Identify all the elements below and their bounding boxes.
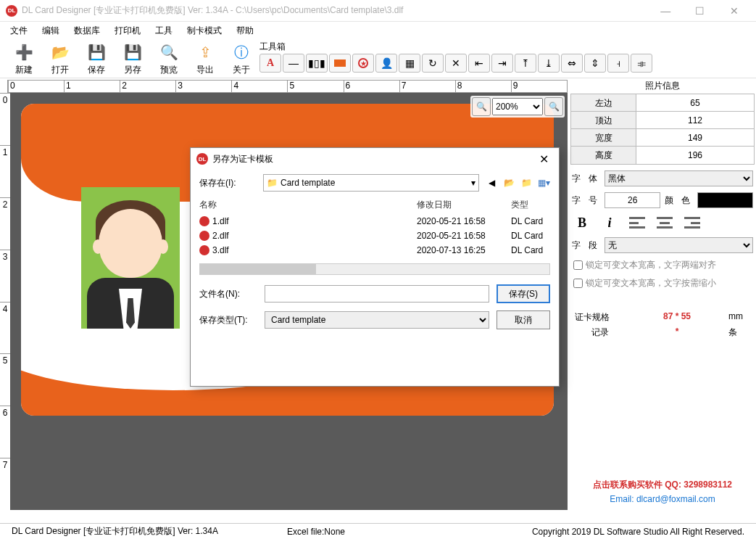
tool-saveas[interactable]: 💾另存 <box>115 41 151 76</box>
tool-save[interactable]: 💾保存 <box>78 41 115 76</box>
left-value[interactable]: 65 <box>636 94 754 111</box>
format-row: B i <box>573 214 752 231</box>
size-input[interactable] <box>605 192 660 208</box>
lock-shrink-checkbox[interactable]: 锁定可变文本宽高，文字按需缩小 <box>573 277 752 289</box>
contact-qq[interactable]: 点击联系购买软件 QQ: 3298983112 <box>569 479 756 491</box>
menu-database[interactable]: 数据库 <box>68 23 106 38</box>
toolbox-label: 工具箱 <box>259 41 286 53</box>
text-tool-button[interactable]: A <box>259 54 281 73</box>
titlebar: DL DL Card Designer [专业证卡打印机免费版] Ver: 1.… <box>0 0 756 22</box>
preview-icon: 🔍 <box>157 41 180 64</box>
zoom-out-button[interactable]: 🔍 <box>472 97 491 116</box>
zoom-in-button[interactable]: 🔍 <box>544 97 563 116</box>
contact-info: 点击联系购买软件 QQ: 3298983112 Email: dlcard@fo… <box>569 479 756 504</box>
align-right-text-button[interactable] <box>684 214 701 231</box>
status-left: DL Card Designer [专业证卡打印机免费版] Ver: 1.34A <box>4 525 280 538</box>
back-icon[interactable]: ◀ <box>485 176 498 189</box>
file-row[interactable]: 2.dlf2020-05-21 16:58DL Card <box>191 229 559 243</box>
top-value[interactable]: 112 <box>636 112 754 128</box>
close-button[interactable]: ✕ <box>718 5 750 17</box>
folder-icon: 📁 <box>267 178 278 188</box>
align-bottom-button[interactable]: ⤓ <box>538 54 560 73</box>
menu-file[interactable]: 文件 <box>4 23 33 38</box>
card-spec-value: 87 * 55 <box>626 311 728 324</box>
rect-tool-button[interactable] <box>329 54 351 73</box>
tool-preview[interactable]: 🔍预览 <box>151 41 187 76</box>
photo-info-title: 照片信息 <box>570 78 755 94</box>
cancel-button[interactable]: 取消 <box>497 310 550 329</box>
menu-cardmode[interactable]: 制卡模式 <box>181 23 228 38</box>
export-icon: ⇪ <box>194 41 217 64</box>
color-select[interactable] <box>697 192 753 208</box>
saveas-dialog: DL 另存为证卡模板 ✕ 保存在(I): 📁Card template▾ ◀ 📂… <box>190 147 560 387</box>
file-row[interactable]: 3.dlf2020-07-13 16:25DL Card <box>191 243 559 258</box>
center-v-button[interactable]: ⇕ <box>584 54 606 73</box>
app-icon: DL <box>6 5 17 17</box>
filename-input[interactable] <box>265 285 489 303</box>
dialog-icon: DL <box>196 153 208 165</box>
status-right: Copyright 2019 DL Software Studio All Ri… <box>525 527 752 537</box>
dialog-close-button[interactable]: ✕ <box>535 152 553 166</box>
file-row[interactable]: 1.dlf2020-05-21 16:58DL Card <box>191 214 559 229</box>
menu-printer[interactable]: 打印机 <box>109 23 146 38</box>
tool-export[interactable]: ⇪导出 <box>187 41 223 76</box>
center-h-button[interactable]: ⇔ <box>561 54 583 73</box>
file-list-header: 名称修改日期类型 <box>191 196 559 214</box>
menu-help[interactable]: 帮助 <box>230 23 259 38</box>
align-left-text-button[interactable] <box>628 214 646 231</box>
info-grid: 左边65 顶边112 宽度149 高度196 <box>570 94 755 165</box>
tool-about[interactable]: ⓘ关于 <box>223 41 259 76</box>
record-value: * <box>626 326 728 339</box>
save-button[interactable]: 保存(S) <box>497 284 550 303</box>
new-folder-icon[interactable]: 📁 <box>520 176 533 189</box>
ruler-horizontal: 0123456789 <box>7 80 568 93</box>
zoom-controls: 🔍 200% 🔍 <box>470 96 565 118</box>
lock-justify-checkbox[interactable]: 锁定可变文本宽高，文字两端对齐 <box>573 259 752 271</box>
photo-tool-button[interactable]: 👤 <box>375 54 397 73</box>
delete-tool-button[interactable]: ✕ <box>445 54 467 73</box>
table-tool-button[interactable]: ▦ <box>399 54 420 73</box>
file-icon <box>199 245 209 255</box>
savetype-select[interactable]: Card template <box>265 311 489 329</box>
file-list-scrollbar[interactable] <box>199 263 550 275</box>
distribute-v-button[interactable]: ⟚ <box>631 54 652 73</box>
draw-toolbar: A — ▮▯▮ ★ 👤 ▦ ↻ ✕ ⇤ ⇥ ⤒ ⤓ ⇔ ⇕ ⫞ ⟚ <box>259 52 652 74</box>
statusbar: DL Card Designer [专业证卡打印机免费版] Ver: 1.34A… <box>0 523 756 539</box>
line-tool-button[interactable]: — <box>283 54 304 73</box>
menubar: 文件 编辑 数据库 打印机 工具 制卡模式 帮助 <box>0 22 756 39</box>
contact-email[interactable]: Email: dlcard@foxmail.com <box>569 494 756 504</box>
dialog-titlebar[interactable]: DL 另存为证卡模板 ✕ <box>191 148 559 170</box>
width-value[interactable]: 149 <box>636 129 754 146</box>
saveas-icon: 💾 <box>121 41 144 64</box>
align-top-button[interactable]: ⤒ <box>515 54 536 73</box>
window-controls: — ☐ ✕ <box>649 5 750 17</box>
height-value[interactable]: 196 <box>636 147 754 164</box>
bold-button[interactable]: B <box>573 214 591 231</box>
save-location-combo[interactable]: 📁Card template▾ <box>263 174 479 192</box>
zoom-select[interactable]: 200% <box>492 98 543 115</box>
align-center-text-button[interactable] <box>656 214 673 231</box>
maximize-button[interactable]: ☐ <box>684 5 716 17</box>
menu-edit[interactable]: 编辑 <box>36 23 65 38</box>
menu-tools[interactable]: 工具 <box>149 23 178 38</box>
folder-open-icon: 📂 <box>49 41 72 64</box>
italic-button[interactable]: i <box>601 214 618 231</box>
up-folder-icon[interactable]: 📂 <box>502 176 515 189</box>
file-list: 1.dlf2020-05-21 16:58DL Card 2.dlf2020-0… <box>191 214 559 258</box>
align-right-button[interactable]: ⇥ <box>491 54 513 73</box>
circle-tool-button[interactable]: ★ <box>352 54 374 73</box>
tool-new[interactable]: ➕新建 <box>6 41 42 76</box>
align-left-button[interactable]: ⇤ <box>468 54 490 73</box>
barcode-tool-button[interactable]: ▮▯▮ <box>306 54 328 73</box>
photo-placeholder[interactable] <box>81 187 180 329</box>
field-select[interactable]: 无 <box>605 237 753 253</box>
info-icon: ⓘ <box>230 41 253 64</box>
tool-open[interactable]: 📂打开 <box>42 41 78 76</box>
distribute-h-button[interactable]: ⫞ <box>607 54 629 73</box>
ruler-vertical: 01234567 <box>0 93 10 510</box>
minimize-button[interactable]: — <box>649 5 681 17</box>
rotate-tool-button[interactable]: ↻ <box>422 54 444 73</box>
view-menu-icon[interactable]: ▦▾ <box>537 176 550 189</box>
dialog-title: 另存为证卡模板 <box>212 153 273 165</box>
font-select[interactable]: 黑体 <box>605 170 753 186</box>
